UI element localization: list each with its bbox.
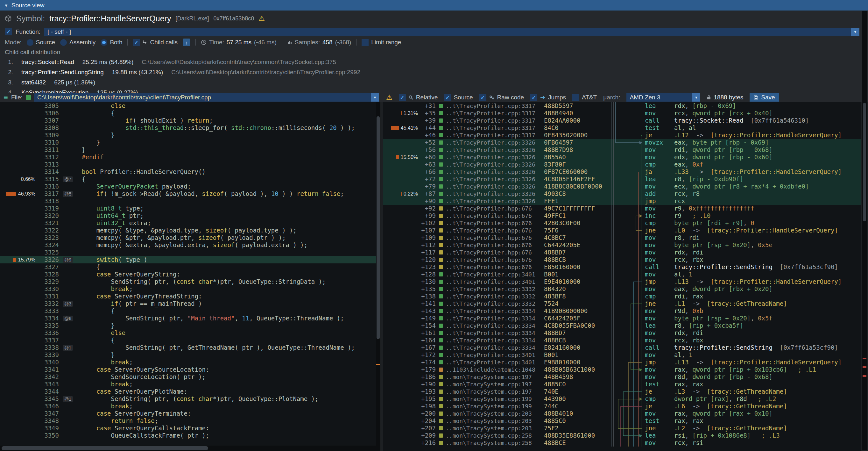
chevron-down-icon[interactable]: ▼: [371, 93, 379, 101]
asm-row[interactable]: +109..t\TracyProfiler.hpp:6764C8BC7movr8…: [383, 234, 861, 241]
asm-row[interactable]: +107..t\TracyProfiler.hpp:67675F6jne.L0 …: [383, 227, 861, 234]
scrollbar-handle[interactable]: [2, 446, 208, 450]
asm-row[interactable]: +174..t\TracyProfiler.cpp:3401E9B8010000…: [383, 359, 861, 366]
asm-row[interactable]: +31..t\TracyProfiler.cpp:3317488D5597lea…: [383, 102, 861, 110]
asm-row[interactable]: +161..t\TracyProfiler.cpp:3334488BD7movr…: [383, 329, 861, 337]
file-combo[interactable]: C:\Users\wolf\Desktop\darkrl\contrib\tra…: [34, 93, 379, 101]
uarch-combo[interactable]: AMD Zen 3 ▼: [626, 93, 700, 101]
source-line[interactable]: 3339 }: [0, 351, 376, 359]
asm-row[interactable]: +200..mon\TracySystem.cpp:203488B4010mov…: [383, 410, 861, 417]
source-line[interactable]: 3345@1 SendString( ptr, (const char*)ptr…: [0, 395, 376, 402]
source-line[interactable]: 3312#endif: [0, 153, 376, 161]
menu-icon[interactable]: ≡: [3, 94, 8, 101]
asm-row[interactable]: +52..t\TracyProfiler.cpp:33260FB64597mov…: [383, 139, 861, 146]
asm-row[interactable]: +198..mon\TracySystem.cpp:199744Cje.L6 -…: [383, 402, 861, 410]
child-calls-up-button[interactable]: ↑: [183, 38, 190, 46]
source-line[interactable]: 3350 QueueCallstackFrame( ptr );: [0, 432, 376, 439]
source-line[interactable]: 3307 if( shouldExit ) return;: [0, 117, 376, 124]
asm-row[interactable]: +92..t\TracyProfiler.hpp:67649C7C1FFFFFF…: [383, 205, 861, 212]
source-line[interactable]: 3311}: [0, 146, 376, 153]
asm-row[interactable]: +154..t\TracyProfiler.cpp:33344C8D055FBA…: [383, 322, 861, 329]
asm-row[interactable]: +135..t\TracyProfiler.cpp:33328B4320move…: [383, 285, 861, 293]
asm-row[interactable]: +167..t\TracyProfiler.cpp:3334E824160000…: [383, 344, 861, 351]
source-line[interactable]: 3331 case ServerQueryThreadString:: [0, 293, 376, 300]
source-line[interactable]: 3313: [0, 161, 376, 168]
source-line[interactable]: 3343 break;: [0, 381, 376, 388]
source-line[interactable]: 3329 SendString( ptr, (const char*)ptr, …: [0, 278, 376, 285]
asm-row[interactable]: 45.41%+44..t\TracyProfiler.cpp:331784C0t…: [383, 124, 861, 131]
source-line[interactable]: 3309 }: [0, 131, 376, 139]
asm-row[interactable]: +72..t\TracyProfiler.cpp:33264C8D05F146F…: [383, 176, 861, 183]
source-line[interactable]: 3319 uint8_t type;: [0, 205, 376, 212]
source-line[interactable]: 3324 memcpy( &extra, &payload.extra, siz…: [0, 241, 376, 249]
source-line[interactable]: 3314bool Profiler::HandleServerQuery(): [0, 168, 376, 176]
child-call-row[interactable]: 2.tracy::Profiler::SendLongString19.88 m…: [5, 67, 863, 78]
asm-row[interactable]: +143..t\TracyProfiler.cpp:333441B90B0000…: [383, 307, 861, 315]
asm-row[interactable]: +204..mon\TracySystem.cpp:2034885C0testr…: [383, 417, 861, 425]
source-line[interactable]: 3322 memcpy( &type, &payload.type, sizeo…: [0, 227, 376, 234]
limit-range-checkbox[interactable]: Limit range: [362, 39, 401, 46]
asm-row[interactable]: +164..t\TracyProfiler.cpp:3334488BCBmovr…: [383, 337, 861, 344]
asm-row[interactable]: +193..mon\TracySystem.cpp:197740Eje.L3 -…: [383, 388, 861, 395]
source-line[interactable]: 3332@3 if( ptr == m_mainThread ): [0, 300, 376, 307]
source-line[interactable]: 3318: [0, 198, 376, 205]
titlebar[interactable]: ▼ Source view: [0, 0, 868, 10]
asm-row[interactable]: +99..t\TracyProfiler.hpp:67649FFC1incr9 …: [383, 212, 861, 219]
asm-row[interactable]: +195..mon\TracySystem.cpp:199443900cmpdw…: [383, 395, 861, 402]
child-call-row[interactable]: 4.KeSynchronizeExecution125 µs (0.27%): [5, 88, 863, 93]
source-line[interactable]: 3347 case ServerQueryTerminate:: [0, 410, 376, 417]
source-horizontal-scrollbar[interactable]: [0, 446, 376, 451]
asm-row[interactable]: +207..mon\TracySystem.cpp:20375F2jne.L2 …: [383, 425, 861, 432]
source-line[interactable]: 3340 break;: [0, 359, 376, 366]
source-line[interactable]: 3316 ServerQueryPacket payload;: [0, 183, 376, 190]
source-line[interactable]: 3348 return false;: [0, 417, 376, 425]
child-calls-checkbox[interactable]: ✓ Child calls: [133, 39, 178, 46]
scrollbar-handle[interactable]: [376, 116, 380, 339]
source-line[interactable]: 3323 memcpy( &ptr, &payload.ptr, sizeof(…: [0, 234, 376, 241]
source-line[interactable]: 3305 else: [0, 102, 376, 110]
asm-row[interactable]: +117..t\TracyProfiler.hpp:676488BD7movrd…: [383, 249, 861, 256]
scrollbar-handle[interactable]: [863, 103, 866, 221]
source-line[interactable]: 3341 case ServerQuerySourceLocation:: [0, 366, 376, 373]
asm-row[interactable]: +172..t\TracyProfiler.cpp:3401B001moval,…: [383, 351, 861, 359]
child-call-row[interactable]: 3.stat64i32625 µs (1.36%): [5, 78, 863, 88]
source-line[interactable]: 3335 }: [0, 322, 376, 329]
source-line[interactable]: 3321 uint32_t extra;: [0, 219, 376, 227]
source-checkbox[interactable]: ✓ Source: [444, 94, 473, 101]
asm-row[interactable]: 1.31%+35..t\TracyProfiler.cpp:3317488B49…: [383, 110, 861, 117]
asm-row[interactable]: +179..1103\include\atomic:1048488B05B63C…: [383, 366, 861, 373]
source-line[interactable]: 3320 uint64_t ptr;: [0, 212, 376, 219]
asm-row[interactable]: 0.22%+87..t\TracyProfiler.cpp:33264903C8…: [383, 190, 861, 198]
source-line[interactable]: 3327 {: [0, 263, 376, 271]
asm-row[interactable]: +209..mon\TracySystem.cpp:258488D35E8861…: [383, 432, 861, 439]
asm-row[interactable]: 15.50%+60..t\TracyProfiler.cpp:33268B55A…: [383, 153, 861, 161]
asm-row[interactable]: +46..t\TracyProfiler.cpp:33170F843502000…: [383, 131, 861, 139]
source-line[interactable]: 3308 std::this_thread::sleep_for( std::c…: [0, 124, 376, 131]
source-line[interactable]: 0.66%3315@7{: [0, 176, 376, 183]
asm-row[interactable]: +66..t\TracyProfiler.cpp:33260F87CE06000…: [383, 168, 861, 176]
asm-row[interactable]: +79..t\TracyProfiler.cpp:3326418B8C80E0B…: [383, 183, 861, 190]
source-line[interactable]: 3333 {: [0, 307, 376, 315]
raw-code-checkbox[interactable]: ✓ Raw code: [479, 94, 524, 101]
source-line[interactable]: 15.79%3326@9 switch( type ): [0, 256, 376, 263]
asm-row[interactable]: +130..t\TracyProfiler.cpp:3401E9E4010000…: [383, 278, 861, 285]
asm-row[interactable]: +56..t\TracyProfiler.cpp:3326488B7D98mov…: [383, 146, 861, 153]
att-syntax-checkbox[interactable]: AT&T: [572, 94, 597, 101]
asm-row[interactable]: +102..t\TracyProfiler.hpp:67642803C0F00c…: [383, 219, 861, 227]
source-line[interactable]: 3310 }: [0, 139, 376, 146]
function-combo[interactable]: [ - self - ] ▼: [44, 28, 859, 36]
source-line[interactable]: 3346 break;: [0, 402, 376, 410]
chevron-down-icon[interactable]: ▼: [851, 28, 859, 36]
source-line[interactable]: 3342 SendSourceLocation( ptr );: [0, 373, 376, 381]
source-line[interactable]: 3306 {: [0, 110, 376, 117]
mode-radio-source[interactable]: Source: [27, 39, 55, 46]
source-vertical-scrollbar[interactable]: [376, 102, 380, 451]
source-line[interactable]: 3338@1 SendString( ptr, GetThreadName( p…: [0, 344, 376, 351]
asm-row[interactable]: +39..t\TracyProfiler.cpp:3317E824AA0000c…: [383, 117, 861, 124]
source-line[interactable]: 3325: [0, 249, 376, 256]
source-line[interactable]: 3337 {: [0, 337, 376, 344]
source-line[interactable]: 46.93%3317@5 if( !m_sock->Read( &payload…: [0, 190, 376, 198]
source-line[interactable]: 3349 case ServerQueryCallstackFrame:: [0, 425, 376, 432]
mode-radio-assembly[interactable]: Assembly: [60, 39, 95, 46]
asm-row[interactable]: +63..t\TracyProfiler.cpp:332683F80Fcmpea…: [383, 161, 861, 168]
